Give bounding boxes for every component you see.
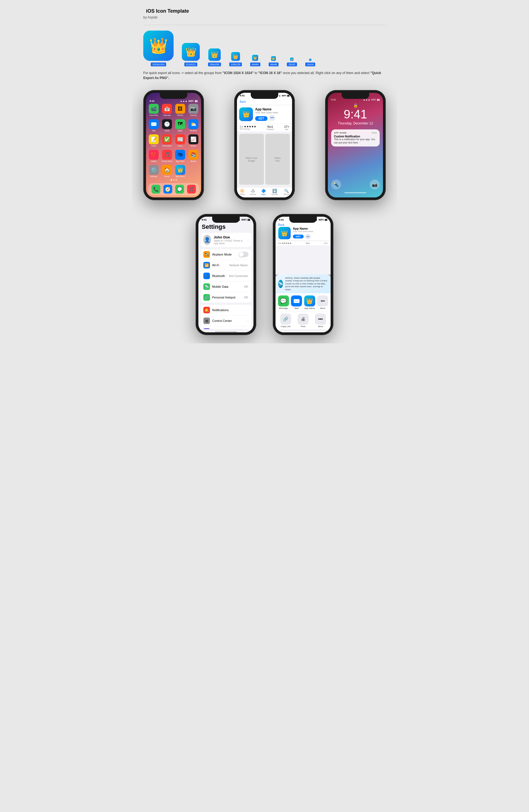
share-get-button[interactable]: GET	[293, 235, 304, 238]
icon-size-1024: 👑 1024x1024	[143, 31, 174, 66]
settings-airplane[interactable]: ✈️ Airplane Mode	[201, 249, 251, 260]
mobile-data-label: Mobile Data	[212, 285, 244, 288]
tab-apps[interactable]: 🔷Apps	[261, 189, 266, 195]
more-action-icon: •••	[315, 314, 326, 325]
as-nav-bar: Back	[237, 98, 292, 105]
as-app-header: 👑 App Name Your Text Goes Here. GET •••	[237, 105, 292, 124]
as-get-button[interactable]: GET	[255, 116, 268, 121]
size-badge-32: 32x32	[287, 62, 297, 66]
ls-notif-title: Custom Notification	[334, 135, 377, 138]
share-mail[interactable]: ✉️ Mail	[291, 295, 302, 309]
app-facetime[interactable]: 📹FaceTime	[148, 104, 159, 117]
updates-icon: ⬇️	[272, 189, 277, 193]
ls-wifi: WiFi	[371, 98, 376, 101]
app-photos[interactable]: 🖼Photos	[175, 104, 186, 117]
message-share-label: Message	[279, 307, 288, 309]
status-bar: 9:41 ▲▲▲ WiFi ▮▮	[148, 100, 199, 102]
settings-battery: ▮▮	[247, 218, 250, 221]
flashlight-button[interactable]: 🔦	[331, 179, 341, 189]
app-news[interactable]: 📰News	[175, 134, 186, 148]
settings-dnd[interactable]: 🌙 Do not disturb ›	[201, 326, 251, 329]
dock-messages[interactable]: 💬	[175, 185, 184, 193]
dock-safari[interactable]: 🧭	[163, 185, 172, 193]
share-rating: 5.0	[278, 242, 281, 245]
mobile-data-icon: 📡	[203, 283, 210, 290]
tab-games[interactable]: 🕹Games	[250, 189, 256, 195]
as-rank: No1	[266, 125, 274, 128]
app-ibooks[interactable]: 📚iBooks	[188, 150, 199, 163]
app-itunes[interactable]: 🎵iTunes Store	[161, 150, 172, 163]
app-weather[interactable]: ⛅Weather	[188, 119, 199, 132]
settings-title-bar: Settings	[198, 222, 254, 233]
tab-search[interactable]: 🔍Search	[283, 189, 289, 195]
ls-notif-body: This is a notification for your app. You…	[334, 138, 377, 144]
ls-notification: APP NAME NOW Custom Notification This is…	[331, 129, 380, 146]
print-label: Print	[301, 325, 305, 328]
notch	[212, 217, 240, 223]
app-store-screen: 9:41 ▲▲▲ WiFi ▮▮ Back 👑 App Name Your Te…	[237, 93, 292, 198]
share-time: 9:41	[279, 218, 284, 221]
dock-music[interactable]: 🎵	[187, 185, 196, 193]
bluetooth-icon: 🔵	[203, 273, 210, 279]
lock-screen-bg: 9:41 ▲▲▲ WiFi ▮▮ 🔒 9:41 Thursday, Decemb…	[328, 93, 383, 198]
wifi-icon: WiFi	[188, 100, 194, 102]
appstore-display: 9:41 ▲▲▲ WiFi ▮▮ Back 👑 App Name Your Te…	[237, 93, 292, 198]
settings-mobile-data[interactable]: 📡 Mobile Data Off ›	[201, 281, 251, 292]
header: iOS Icon Template	[143, 8, 386, 14]
as-rating-score: 5.0	[240, 125, 243, 128]
app-reminders[interactable]: ✅Reminders	[161, 134, 172, 148]
camera-button[interactable]: 📷	[370, 179, 380, 189]
action-print[interactable]: 🖨 Print	[298, 314, 309, 328]
wifi-chevron: ›	[247, 263, 248, 267]
settings-notifications[interactable]: 🔔 Notifications ›	[201, 305, 251, 316]
dock-phone[interactable]: 📞	[152, 185, 160, 193]
app-mail[interactable]: ✉️Mail	[148, 119, 159, 132]
notch	[289, 217, 317, 223]
app-notes[interactable]: 📝Notes	[148, 134, 159, 148]
share-rank: No1	[306, 242, 310, 245]
profile-item[interactable]: 👤 John Doe Apple ID, iCloud, iTunes & Ap…	[201, 233, 251, 247]
size-badge-1024: 1024x1024	[151, 62, 167, 66]
tab-today[interactable]: 🔆Today	[240, 189, 245, 195]
share-sheet: 📡 AirDrop. Share instantly with people n…	[275, 275, 331, 332]
app-maps[interactable]: 🗺Maps	[175, 119, 186, 132]
app-stocks[interactable]: 📈Stocks	[188, 134, 199, 148]
share-back-button[interactable]: Back	[278, 223, 328, 226]
share-more[interactable]: ••• More	[317, 295, 328, 309]
app-appstore[interactable]: 🛍App Store	[175, 150, 186, 163]
app-camera[interactable]: 📷Camera	[188, 104, 199, 117]
settings-wifi[interactable]: 📶 Wi-Fi Network Name ›	[201, 260, 251, 271]
settings-list: 👤 John Doe Apple ID, iCloud, iTunes & Ap…	[198, 233, 254, 329]
cc-chevron: ›	[247, 319, 248, 322]
share-message[interactable]: 💬 Message	[278, 295, 289, 309]
share-more-button[interactable]: •••	[305, 234, 311, 239]
share-actions-row: 🔗 Copy Link 🖨 Print ••• More	[275, 312, 331, 329]
iphone-sharesheet: 9:41 ▲▲▲ WiFi ▮▮ Back 👑 App Name Your Te…	[273, 214, 333, 335]
app-settings[interactable]: ⚙️Settings	[148, 165, 159, 178]
appname-share-label: App Name	[304, 307, 315, 309]
app-clock[interactable]: 🕐Clock	[161, 119, 172, 132]
airplane-toggle[interactable]	[239, 252, 248, 257]
share-age: 17+	[324, 242, 328, 245]
as-more-button[interactable]: •••	[269, 115, 275, 121]
as-age: 17+	[284, 125, 289, 128]
copy-link-label: Copy Link	[281, 325, 291, 328]
app-appname[interactable]: 👑App Name	[175, 165, 186, 178]
as-stars: ★★★★★	[244, 125, 256, 128]
app-health[interactable]: ❤️Health	[148, 150, 159, 163]
profile-chevron: ›	[247, 238, 248, 242]
app-calendar[interactable]: 📅Calendar	[161, 104, 172, 117]
action-copy-link[interactable]: 🔗 Copy Link	[280, 314, 291, 328]
settings-control-center[interactable]: ⊞ Control Center ›	[201, 316, 251, 326]
games-icon: 🕹	[251, 189, 255, 193]
mobile-data-chevron: ›	[247, 285, 248, 288]
settings-hotspot[interactable]: 🔗 Personal Hotspot Off ›	[201, 292, 251, 303]
action-more[interactable]: ••• More	[315, 314, 326, 328]
app-home[interactable]: 🏠Home	[161, 165, 172, 178]
as-back-button[interactable]: Back	[240, 100, 246, 103]
settings-bluetooth[interactable]: 🔵 Bluetooth Not Connected ›	[201, 271, 251, 281]
share-appname[interactable]: 👑 App Name	[304, 295, 315, 309]
icon-sizes-row: 👑 1024x1024 👑 512x512 👑 256x256 👑 128x12…	[143, 31, 386, 66]
settings-notif-group: 🔔 Notifications › ⊞ Control Center ›	[201, 305, 251, 329]
tab-updates[interactable]: ⬇️Updates	[271, 189, 278, 195]
